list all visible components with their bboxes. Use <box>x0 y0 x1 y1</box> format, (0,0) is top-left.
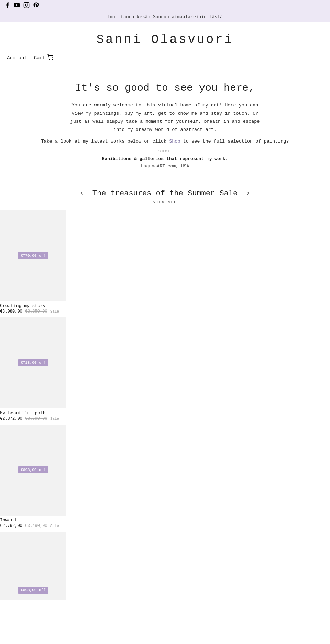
product-badge: €698,00 off <box>18 587 48 594</box>
site-title: Sanni Olasvuori <box>0 33 330 47</box>
product-image-wrap: €698,00 off <box>0 425 66 516</box>
price-original: €3.590,00 <box>25 416 47 421</box>
hero-exhibitions: Exhibitions & galleries that represent m… <box>28 156 302 161</box>
price-original: €3.490,00 <box>25 523 47 528</box>
instagram-icon[interactable] <box>23 2 30 10</box>
section-title: The treasures of the Summer Sale <box>92 189 238 198</box>
product-item[interactable]: €718,00 off My beautiful path €2.872,00 … <box>0 317 330 422</box>
facebook-icon[interactable] <box>4 2 10 10</box>
announcement-text: Ilmoittaudu kesän Sunnuntaimaalareihin t… <box>104 14 225 20</box>
product-name: My beautiful path <box>0 410 330 416</box>
hero-desc3-text: to see the full selection of paintings <box>183 139 289 144</box>
product-image-wrap: €718,00 off <box>0 317 66 408</box>
svg-point-3 <box>49 59 50 60</box>
section-nav: ‹ The treasures of the Summer Sale › <box>0 189 330 198</box>
svg-point-4 <box>52 59 53 60</box>
shop-link[interactable]: Shop <box>169 139 180 144</box>
sale-badge: Sale <box>50 524 59 528</box>
cart-link[interactable]: Cart <box>34 54 54 62</box>
product-item[interactable]: €698,00 off Inward €2.792,00 €3.490,00 S… <box>0 425 330 530</box>
svg-point-2 <box>28 3 28 4</box>
product-name: Creating my story <box>0 303 330 308</box>
product-info: My beautiful path €2.872,00 €3.590,00 Sa… <box>0 408 330 422</box>
svg-rect-0 <box>24 3 29 8</box>
price-current: €2.872,00 <box>0 416 22 421</box>
price-current: €3.080,00 <box>0 309 22 314</box>
product-badge: €770,00 off <box>18 252 48 259</box>
sale-badge: Sale <box>50 417 59 421</box>
svg-point-1 <box>25 4 28 6</box>
product-list: €770,00 off Creating my story €3.080,00 … <box>0 210 330 616</box>
hero-section: It's so good to see you here, You are wa… <box>0 65 330 176</box>
product-prices: €2.792,00 €3.490,00 Sale <box>0 523 330 528</box>
cart-label: Cart <box>34 55 46 61</box>
next-arrow[interactable]: › <box>246 189 250 198</box>
product-badge: €698,00 off <box>18 466 48 473</box>
hero-desc2: Take a look at my latest works below or … <box>28 139 302 144</box>
product-item[interactable]: €770,00 off Creating my story €3.080,00 … <box>0 210 330 315</box>
pinterest-icon[interactable] <box>33 2 39 10</box>
cart-icon <box>47 54 53 62</box>
product-name: Inward <box>0 518 330 523</box>
price-original: €3.850,00 <box>25 309 47 314</box>
price-current: €2.792,00 <box>0 523 22 528</box>
section-header: ‹ The treasures of the Summer Sale › VIE… <box>0 176 330 204</box>
account-link[interactable]: Account <box>7 55 27 61</box>
product-badge: €718,00 off <box>18 359 48 366</box>
hero-desc1: You are warmly welcome to this virtual h… <box>65 101 265 134</box>
sale-badge: Sale <box>50 309 59 314</box>
prev-arrow[interactable]: ‹ <box>80 189 84 198</box>
announcement-bar: Ilmoittaudu kesän Sunnuntaimaalareihin t… <box>0 12 330 22</box>
product-prices: €3.080,00 €3.850,00 Sale <box>0 309 330 314</box>
hero-title: It's so good to see you here, <box>28 82 302 94</box>
hero-gallery: LagunaART.com, USA <box>28 163 302 169</box>
product-item[interactable]: €698,00 off <box>0 532 330 600</box>
hero-shop-label: SHOP <box>28 149 302 154</box>
product-prices: €2.872,00 €3.590,00 Sale <box>0 416 330 421</box>
youtube-icon[interactable] <box>14 2 20 10</box>
nav-bar: Account Cart <box>0 51 330 65</box>
site-header: Sanni Olasvuori <box>0 22 330 51</box>
product-image-wrap: €770,00 off <box>0 210 66 301</box>
product-info: Inward €2.792,00 €3.490,00 Sale <box>0 516 330 530</box>
hero-desc2-text: Take a look at my latest works below or … <box>41 139 166 144</box>
view-all-link[interactable]: VIEW ALL <box>0 200 330 204</box>
product-image-wrap: €698,00 off <box>0 532 66 600</box>
social-bar <box>0 0 330 12</box>
product-info: Creating my story €3.080,00 €3.850,00 Sa… <box>0 301 330 315</box>
